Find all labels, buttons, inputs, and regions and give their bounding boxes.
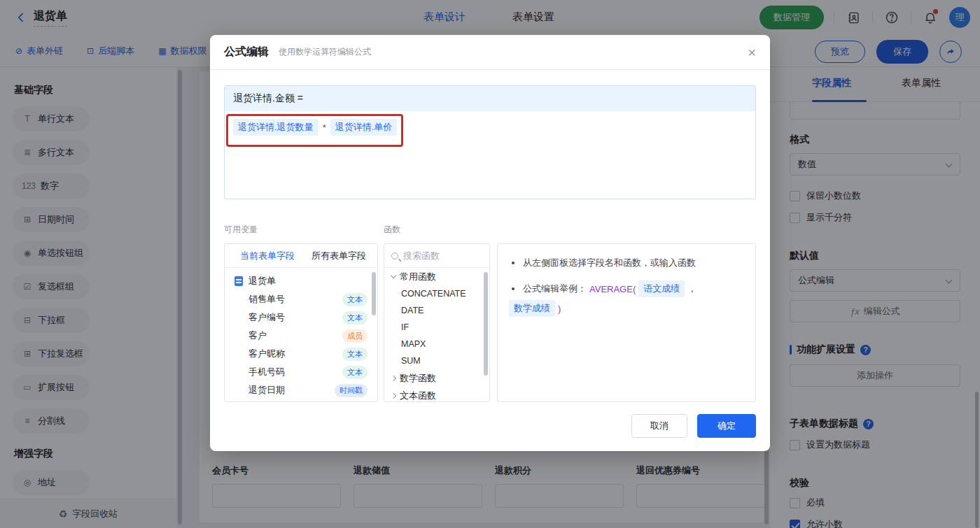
- root-form-name: 退货单: [248, 275, 276, 287]
- field-type-badge: 文本: [342, 293, 368, 306]
- modal-title: 公式编辑: [224, 45, 269, 59]
- hint-line-2: 公式编辑举例： AVERAGE( 语文成绩 ， 数学成绩 ): [509, 280, 744, 317]
- formula-token-right[interactable]: 退货详情.单价: [330, 119, 398, 136]
- variable-name: 手机号码: [248, 366, 342, 378]
- search-icon: [391, 252, 398, 259]
- variable-name: 客户编号: [248, 311, 342, 324]
- variable-row-客户昵称[interactable]: 客户昵称文本: [225, 345, 377, 363]
- close-icon[interactable]: ×: [748, 45, 756, 59]
- app-root: 退货单 表单设计 表单设置 数据管理: [0, 0, 980, 528]
- functions-label: 函数: [384, 224, 400, 236]
- modal-footer: 取消 确定: [631, 414, 756, 438]
- hint-panel: 从左侧面板选择字段名和函数，或输入函数 公式编辑举例： AVERAGE( 语文成…: [497, 243, 756, 402]
- variable-row-客户编号[interactable]: 客户编号文本: [225, 308, 377, 327]
- variable-row-销售单号[interactable]: 销售单号文本: [225, 290, 377, 308]
- function-item-SUM[interactable]: SUM: [384, 352, 489, 369]
- chevron-right-icon: [391, 392, 396, 398]
- function-group-label: 常用函数: [400, 271, 436, 283]
- variable-name: 客户昵称: [248, 348, 342, 360]
- variables-tabs: 当前表单字段 所有表单字段: [225, 244, 377, 268]
- form-doc-icon: [234, 276, 243, 286]
- modal-subtitle: 使用数学运算符编辑公式: [279, 46, 371, 58]
- formula-operator: *: [323, 122, 326, 133]
- function-group-label: 数学函数: [400, 372, 436, 385]
- formula-token-left[interactable]: 退货详情.退货数量: [233, 119, 318, 136]
- field-type-badge: 文本: [342, 311, 368, 324]
- hint-separator: ，: [687, 283, 696, 295]
- variable-row-客户[interactable]: 客户成员: [225, 327, 377, 345]
- cancel-button[interactable]: 取消: [631, 414, 687, 438]
- variable-name: 退货日期: [248, 384, 335, 397]
- hint-text-1: 从左侧面板选择字段名和函数，或输入函数: [523, 257, 696, 269]
- variables-scrollbar[interactable]: [372, 272, 376, 315]
- hint-example-label: 公式编辑举例：: [523, 283, 587, 295]
- formula-expression: 退货详情.退货数量 * 退货详情.单价: [225, 111, 755, 136]
- formula-target: 退货详情.金额 =: [225, 86, 755, 111]
- hint-line-1: 从左侧面板选择字段名和函数，或输入函数: [509, 257, 744, 269]
- hint-function-open: AVERAGE(: [589, 284, 636, 294]
- function-search-input[interactable]: 搜索函数: [384, 244, 489, 268]
- functions-panel: 搜索函数 常用函数CONCATENATEDATEIFMAPXSUM数学函数文本函…: [384, 243, 490, 402]
- formula-editor-area[interactable]: 退货详情.金额 = 退货详情.退货数量 * 退货详情.单价: [224, 85, 756, 199]
- field-type-badge: 文本: [342, 366, 368, 379]
- bullet-icon: [512, 287, 514, 290]
- function-item-MAPX[interactable]: MAPX: [384, 336, 489, 352]
- function-group-常用函数[interactable]: 常用函数: [384, 268, 489, 285]
- function-group-label: 文本函数: [400, 390, 436, 402]
- field-type-badge: 时间戳: [335, 384, 368, 397]
- bullet-icon: [512, 262, 514, 264]
- variable-row-手机号码[interactable]: 手机号码文本: [225, 363, 377, 381]
- function-item-CONCATENATE[interactable]: CONCATENATE: [384, 285, 489, 302]
- tab-current-form-fields[interactable]: 当前表单字段: [240, 250, 295, 262]
- function-group-数学函数[interactable]: 数学函数: [384, 369, 489, 387]
- formula-editor-modal: 公式编辑 使用数学运算符编辑公式 × 退货详情.金额 = 退货详情.退货数量 *…: [210, 35, 770, 451]
- tab-all-form-fields[interactable]: 所有表单字段: [312, 250, 366, 262]
- search-placeholder: 搜索函数: [403, 250, 440, 262]
- variable-name: 客户: [248, 329, 342, 342]
- variables-panel: 当前表单字段 所有表单字段 退货单 销售单号文本客户编号文本客户成员客户昵称文本…: [224, 243, 378, 402]
- hint-function-close: ): [558, 304, 561, 314]
- function-item-DATE[interactable]: DATE: [384, 302, 489, 319]
- functions-scrollbar[interactable]: [484, 272, 488, 376]
- variable-row-退货日期[interactable]: 退货日期时间戳: [225, 381, 377, 399]
- variable-name: 销售单号: [248, 293, 342, 306]
- modal-header: 公式编辑 使用数学运算符编辑公式 ×: [210, 35, 770, 70]
- chevron-down-icon: [391, 273, 396, 278]
- function-item-IF[interactable]: IF: [384, 319, 489, 336]
- field-type-badge: 成员: [342, 329, 368, 343]
- hint-chip-2: 数学成绩: [509, 300, 555, 317]
- confirm-button[interactable]: 确定: [697, 414, 756, 438]
- chevron-right-icon: [391, 375, 396, 380]
- hint-chip-1: 语文成绩: [638, 280, 685, 297]
- function-group-文本函数[interactable]: 文本函数: [384, 387, 489, 402]
- variables-tree-root[interactable]: 退货单: [225, 268, 377, 290]
- variables-label: 可用变量: [224, 224, 258, 236]
- field-type-badge: 文本: [342, 348, 368, 361]
